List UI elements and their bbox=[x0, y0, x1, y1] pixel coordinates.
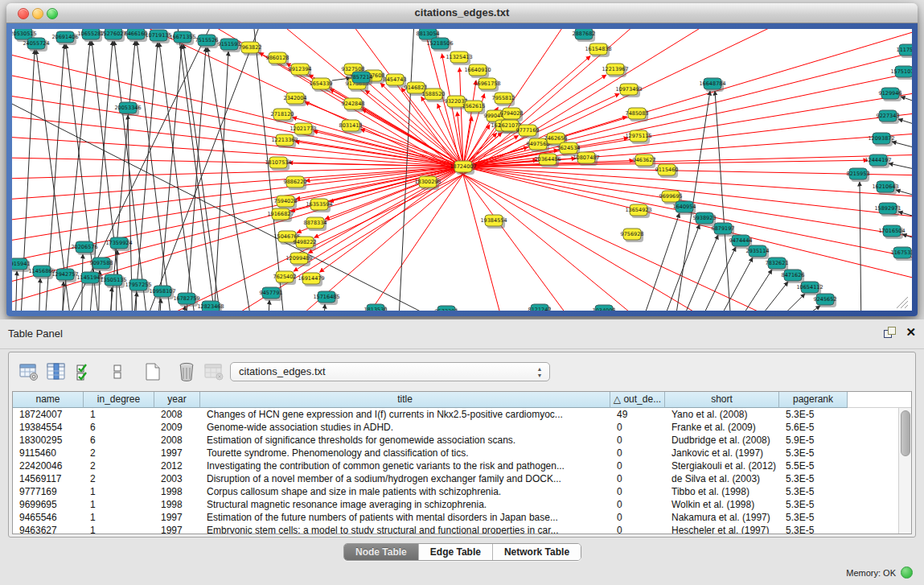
graph-node[interactable]: 8215953 bbox=[847, 168, 870, 182]
graph-node[interactable]: 20691406 bbox=[51, 31, 78, 45]
tab-network-table[interactable]: Network Table bbox=[493, 544, 581, 560]
column-header-name[interactable]: name bbox=[13, 392, 84, 408]
graph-edge[interactable] bbox=[901, 97, 912, 106]
graph-node[interactable]: 1640954 bbox=[673, 201, 696, 215]
graph-edge[interactable] bbox=[902, 234, 912, 243]
cell-in_degree[interactable]: 1 bbox=[84, 485, 154, 498]
column-header-in_degree[interactable]: in_degree bbox=[84, 392, 154, 408]
graph-node[interactable]: 9097588 bbox=[90, 257, 113, 271]
column-header-title[interactable]: title bbox=[200, 392, 610, 408]
graph-node[interactable]: 1813530 bbox=[364, 304, 388, 311]
column-header-year[interactable]: year bbox=[154, 392, 200, 408]
graph-node[interactable]: 16648784 bbox=[699, 78, 725, 92]
cell-short[interactable]: Jankovic et al. (1997) bbox=[665, 447, 779, 459]
cell-out_de[interactable]: 49 bbox=[610, 408, 665, 421]
cell-title[interactable]: Genome-wide association studies in ADHD. bbox=[200, 421, 610, 434]
graph-edge[interactable] bbox=[463, 80, 476, 167]
graph-node[interactable]: 7485083 bbox=[626, 108, 649, 122]
cell-pagerank[interactable]: 5.3E-5 bbox=[779, 472, 848, 485]
cell-short[interactable]: Hescheler et al. (1997) bbox=[665, 524, 779, 534]
column-header-out_de[interactable]: △ out_de... bbox=[610, 392, 665, 408]
graph-node[interactable]: 24055724 bbox=[23, 38, 49, 51]
table-row[interactable]: 969969511998Structural magnetic resonanc… bbox=[13, 498, 911, 511]
table-row[interactable]: 1938455462009Genome-wide association stu… bbox=[13, 421, 911, 434]
graph-edge[interactable] bbox=[133, 43, 158, 311]
cell-year[interactable]: 1998 bbox=[154, 485, 200, 498]
cell-title[interactable]: Corpus callosum shape and size in male p… bbox=[200, 485, 610, 498]
table-column-button[interactable] bbox=[44, 360, 68, 384]
cell-name[interactable]: 14569117 bbox=[13, 472, 84, 485]
graph-node[interactable]: 8454743 bbox=[384, 74, 407, 88]
graph-node[interactable]: 2718120 bbox=[271, 109, 294, 122]
canvas-resize-grip[interactable] bbox=[905, 305, 908, 308]
graph-node[interactable]: 8471626 bbox=[782, 270, 805, 283]
graph-node[interactable]: 9777169 bbox=[516, 125, 540, 138]
cell-name[interactable]: 22420046 bbox=[13, 459, 84, 472]
cell-in_degree[interactable]: 1 bbox=[84, 524, 154, 534]
cell-pagerank[interactable]: 5.9E-5 bbox=[779, 434, 848, 447]
graph-edge[interactable] bbox=[763, 294, 805, 311]
cell-pagerank[interactable]: 5.3E-5 bbox=[779, 447, 848, 459]
graph-edge[interactable] bbox=[896, 190, 912, 200]
cell-pagerank[interactable]: 5.6E-5 bbox=[779, 421, 848, 434]
graph-node[interactable]: 9245652 bbox=[814, 294, 837, 307]
graph-node[interactable]: 17957255 bbox=[125, 279, 151, 293]
cell-year[interactable]: 2009 bbox=[154, 421, 200, 434]
graph-node[interactable]: 16961758 bbox=[474, 78, 500, 92]
graph-edge[interactable] bbox=[711, 257, 753, 311]
column-header-pagerank[interactable]: pagerank bbox=[779, 392, 848, 408]
zoom-window-button[interactable] bbox=[47, 8, 58, 19]
graph-node[interactable]: 9151593 bbox=[218, 39, 241, 52]
network-canvas-svg[interactable]: 1872400718300295193845547963822986012889… bbox=[12, 29, 912, 311]
graph-node[interactable]: 6879197 bbox=[712, 223, 735, 237]
graph-node[interactable]: 12975115 bbox=[625, 130, 651, 144]
graph-node[interactable]: 1034005 bbox=[593, 305, 616, 311]
graph-node[interactable]: 10958107 bbox=[149, 286, 175, 299]
graph-node[interactable]: 7515526 bbox=[195, 35, 219, 48]
cell-pagerank[interactable]: 5.3E-5 bbox=[779, 408, 848, 421]
table-row[interactable]: 946554611997Estimation of the future num… bbox=[13, 511, 911, 524]
cell-title[interactable]: Structural magnetic resonance image aver… bbox=[200, 498, 610, 511]
table-row[interactable]: 946362711997Embryonic stem cells: a mode… bbox=[13, 524, 911, 534]
cell-pagerank[interactable]: 5.5E-5 bbox=[779, 459, 848, 472]
graph-edge[interactable] bbox=[898, 119, 912, 129]
graph-node[interactable]: 16210643 bbox=[872, 181, 898, 195]
tab-node-table[interactable]: Node Table bbox=[344, 544, 419, 560]
cell-year[interactable]: 1998 bbox=[154, 498, 200, 511]
cell-name[interactable]: 9463627 bbox=[13, 524, 84, 534]
cell-name[interactable]: 18300295 bbox=[13, 434, 84, 447]
graph-node[interactable]: 11325413 bbox=[446, 51, 472, 65]
graph-node[interactable]: 16914479 bbox=[298, 273, 324, 286]
graph-node[interactable]: 7594028 bbox=[274, 196, 298, 209]
graph-node[interactable]: 9115460 bbox=[655, 164, 679, 178]
cell-name[interactable]: 9699695 bbox=[13, 498, 84, 511]
cell-short[interactable]: Franke et al. (2009) bbox=[665, 421, 779, 434]
table-selector-dropdown[interactable]: citations_edges.txt ▲▼ bbox=[230, 362, 550, 381]
graph-edge[interactable] bbox=[141, 29, 261, 311]
graph-node[interactable]: 9227343 bbox=[877, 110, 900, 124]
cell-title[interactable]: Tourette syndrome. Phenomenology and cla… bbox=[200, 447, 610, 459]
new-table-button[interactable] bbox=[141, 360, 165, 384]
table-row[interactable]: 2242004622012Investigating the contribut… bbox=[13, 459, 911, 472]
graph-edge[interactable] bbox=[137, 41, 173, 311]
cell-out_de[interactable]: 0 bbox=[610, 459, 665, 472]
tab-edge-table[interactable]: Edge Table bbox=[419, 544, 493, 560]
table-settings-button[interactable] bbox=[17, 360, 41, 384]
cell-in_degree[interactable]: 2 bbox=[84, 472, 154, 485]
graph-edge[interactable] bbox=[323, 304, 325, 311]
graph-node[interactable]: 13505135 bbox=[100, 274, 126, 288]
graph-edge[interactable] bbox=[314, 167, 463, 237]
cell-out_de[interactable]: 0 bbox=[610, 434, 665, 447]
graph-node[interactable]: 20053346 bbox=[114, 102, 141, 116]
cell-year[interactable]: 1997 bbox=[154, 524, 200, 534]
cell-name[interactable]: 9115460 bbox=[13, 447, 84, 459]
cell-short[interactable]: Yano et al. (2008) bbox=[665, 408, 779, 421]
cell-short[interactable]: Dudbridge et al. (2008) bbox=[665, 434, 779, 447]
cell-in_degree[interactable]: 2 bbox=[84, 459, 154, 472]
row-options-button[interactable] bbox=[105, 360, 129, 384]
cell-title[interactable]: Changes of HCN gene expression and I(f) … bbox=[200, 408, 610, 421]
graph-node[interactable]: 1654339 bbox=[310, 78, 333, 92]
graph-node[interactable]: 12444197 bbox=[864, 154, 891, 168]
float-panel-icon[interactable] bbox=[883, 326, 896, 339]
cell-title[interactable]: Investigating the contribution of common… bbox=[200, 459, 610, 472]
